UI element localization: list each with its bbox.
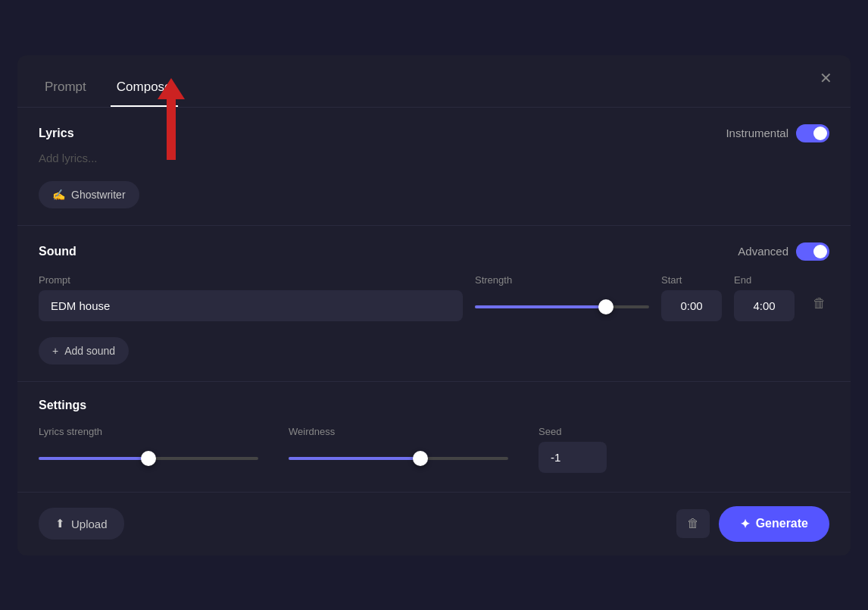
advanced-label: Advanced: [738, 245, 788, 258]
settings-title: Settings: [39, 399, 829, 412]
ghostwriter-icon: ✍: [52, 189, 65, 201]
lyrics-section: Lyrics Instrumental Add lyrics... ✍ Ghos…: [17, 108, 851, 226]
tab-prompt[interactable]: Prompt: [39, 69, 92, 107]
sound-strength-col: Strength: [475, 274, 649, 324]
lyrics-strength-label: Lyrics strength: [39, 426, 258, 437]
upload-label: Upload: [71, 518, 108, 530]
generate-button[interactable]: ✦ Generate: [719, 506, 829, 542]
instrumental-row: Instrumental: [726, 124, 829, 142]
sound-end-col: End: [734, 274, 795, 321]
instrumental-label: Instrumental: [726, 127, 788, 139]
sound-end-label: End: [734, 274, 795, 286]
settings-row: Lyrics strength Weirdness: [39, 426, 829, 475]
sound-prompt-col: Prompt: [39, 274, 463, 321]
sound-start-input[interactable]: [661, 290, 722, 321]
sound-start-col: Start: [661, 274, 722, 321]
delete-all-button[interactable]: 🗑: [676, 509, 710, 538]
add-sound-icon: +: [52, 345, 58, 357]
lyrics-title: Lyrics: [39, 127, 74, 140]
weirdness-slider[interactable]: [289, 442, 508, 475]
add-sound-button[interactable]: + Add sound: [39, 337, 129, 364]
tab-compose[interactable]: Compose: [111, 69, 178, 107]
weirdness-label: Weirdness: [289, 426, 508, 437]
weirdness-col: Weirdness: [289, 426, 508, 475]
modal-footer: ⬆ Upload 🗑 ✦ Generate: [17, 493, 851, 555]
sparkle-icon: ✦: [740, 517, 750, 531]
modal-header: Prompt Compose ✕: [17, 55, 851, 108]
sound-start-label: Start: [661, 274, 722, 286]
sound-end-input[interactable]: [734, 290, 795, 321]
add-sound-label: Add sound: [64, 345, 115, 357]
sound-delete-button[interactable]: 🗑: [807, 289, 832, 318]
lyrics-placeholder[interactable]: Add lyrics...: [39, 149, 829, 167]
settings-section: Settings Lyrics strength Weirdness: [17, 382, 851, 493]
sound-prompt-label: Prompt: [39, 274, 463, 286]
upload-button[interactable]: ⬆ Upload: [39, 508, 124, 540]
compose-modal: Prompt Compose ✕ Lyrics Instrumental Add…: [17, 55, 851, 555]
instrumental-toggle[interactable]: [796, 124, 829, 142]
ghostwriter-button[interactable]: ✍ Ghostwriter: [39, 181, 139, 208]
ghostwriter-label: Ghostwriter: [71, 189, 126, 201]
lyrics-header: Lyrics Instrumental: [39, 124, 829, 142]
generate-label: Generate: [756, 517, 808, 530]
sound-prompt-input[interactable]: [39, 290, 463, 321]
seed-col: Seed: [539, 426, 607, 473]
lyrics-strength-col: Lyrics strength: [39, 426, 258, 475]
close-button[interactable]: ✕: [816, 67, 835, 89]
sound-section: Sound Advanced Prompt Strength: [17, 226, 851, 382]
upload-icon: ⬆: [55, 517, 65, 530]
sound-strength-slider[interactable]: [475, 290, 649, 324]
sound-title: Sound: [39, 245, 76, 258]
seed-input[interactable]: [539, 442, 607, 473]
seed-label: Seed: [539, 426, 607, 437]
advanced-toggle[interactable]: [796, 242, 829, 261]
footer-right: 🗑 ✦ Generate: [676, 506, 829, 542]
lyrics-strength-slider[interactable]: [39, 442, 258, 475]
sound-header: Sound Advanced: [39, 242, 829, 261]
advanced-row: Advanced: [738, 242, 829, 261]
sound-prompt-row: Prompt Strength Start End: [39, 274, 829, 324]
sound-strength-label: Strength: [475, 274, 649, 286]
